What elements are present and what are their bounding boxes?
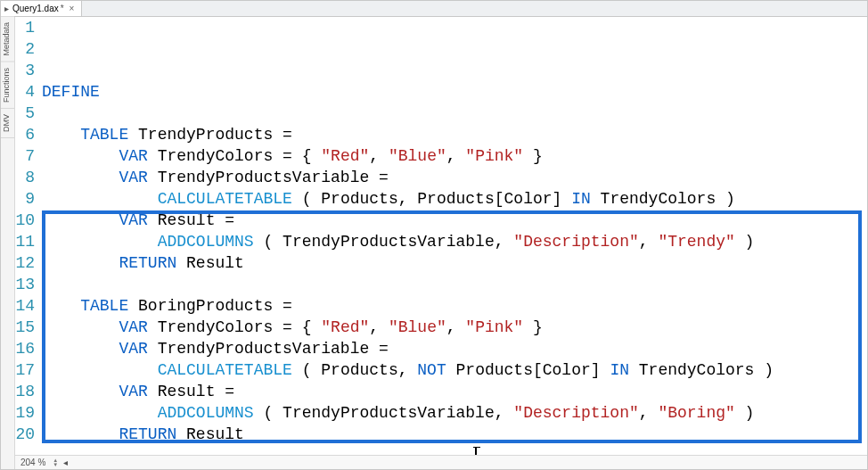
token-fn: ADDCOLUMNS xyxy=(158,233,254,251)
token-pn: ( xyxy=(302,190,322,208)
token-id: BoringProducts xyxy=(138,297,273,315)
token-kw: DEFINE xyxy=(42,83,100,101)
code-line[interactable]: ADDCOLUMNS ( TrendyProductsVariable, "De… xyxy=(40,231,867,252)
code-line[interactable]: VAR TrendyColors = { "Red", "Blue", "Pin… xyxy=(40,317,867,338)
token-pn: { xyxy=(302,147,322,165)
token-pn: = xyxy=(379,340,389,358)
token-fn: CALCULATETABLE xyxy=(158,361,292,379)
zoom-down-icon[interactable]: ▼ xyxy=(53,463,58,467)
code-line[interactable]: VAR TrendyProductsVariable = xyxy=(40,338,867,359)
token-pn: ) xyxy=(735,404,755,422)
token-sp xyxy=(42,340,119,358)
line-number: 9 xyxy=(15,188,35,210)
line-number: 20 xyxy=(15,424,35,445)
token-pn: , xyxy=(398,361,418,379)
code-line[interactable]: VAR Result = xyxy=(40,210,867,231)
token-sp xyxy=(42,447,119,455)
token-sp xyxy=(42,404,158,422)
token-sp xyxy=(629,361,639,379)
token-pn: ) xyxy=(754,361,774,379)
code-line[interactable]: VAR Result = xyxy=(40,381,867,402)
token-pn: , xyxy=(369,147,389,165)
token-str: "Pink" xyxy=(465,147,523,165)
token-kw: VAR xyxy=(119,169,147,186)
token-pn: ( xyxy=(302,361,322,379)
token-sp xyxy=(42,190,158,208)
token-id: Products xyxy=(321,361,397,379)
zoom-level: 204 % xyxy=(20,458,45,467)
token-sp xyxy=(273,147,283,165)
code-line[interactable] xyxy=(40,274,867,295)
line-number: 16 xyxy=(15,338,35,359)
code-line[interactable]: RETURN Result xyxy=(40,424,867,445)
token-id: TrendyColors xyxy=(601,190,717,208)
token-id: TrendyProductsVariable xyxy=(283,233,495,251)
code-line[interactable]: ADDCOLUMNS ( TrendyProductsVariable, "De… xyxy=(40,402,867,424)
token-kw: VAR xyxy=(119,211,147,229)
token-sp xyxy=(215,383,225,400)
token-sp xyxy=(148,383,158,400)
side-tab-functions[interactable]: Functions xyxy=(1,62,14,109)
code-line[interactable]: TABLE BoringProducts = xyxy=(40,295,867,317)
token-str: "Boring" xyxy=(658,404,734,422)
tab-title: Query1.dax xyxy=(12,4,59,13)
token-sp xyxy=(42,297,80,315)
token-sp xyxy=(273,318,283,336)
line-number: 4 xyxy=(15,81,35,103)
token-pn: = xyxy=(283,147,292,165)
code-line[interactable]: CALCULATETABLE ( Products, Products[Colo… xyxy=(40,188,867,210)
token-sp xyxy=(369,340,379,358)
code-line[interactable] xyxy=(40,445,867,455)
line-number: 15 xyxy=(15,317,35,338)
token-sp xyxy=(42,361,158,379)
token-pn: , xyxy=(495,233,514,251)
token-sp xyxy=(42,425,119,443)
token-sp xyxy=(42,126,80,144)
token-kw: TABLE xyxy=(80,297,128,315)
token-pn: ( xyxy=(263,404,283,422)
editor-wrap: 1234567891011121314151617181920 DEFINE T… xyxy=(15,17,867,469)
token-kw: RETURN xyxy=(119,254,176,272)
code-area[interactable]: DEFINE TABLE TrendyProducts = VAR Trendy… xyxy=(40,17,867,455)
code-editor[interactable]: 1234567891011121314151617181920 DEFINE T… xyxy=(15,17,867,455)
token-pn: = xyxy=(225,211,234,229)
text-caret xyxy=(475,448,477,455)
token-pn: , xyxy=(495,404,514,422)
side-tab-dmv[interactable]: DMV xyxy=(1,109,14,138)
token-id: Products[Color] xyxy=(456,361,601,379)
code-line[interactable]: CALCULATETABLE ( Products, NOT Products[… xyxy=(40,359,867,381)
token-str: "Description" xyxy=(513,233,638,251)
token-sp xyxy=(128,297,138,315)
status-bar: 204 % ▲ ▼ ◂ xyxy=(15,455,867,469)
token-sp xyxy=(148,169,158,186)
line-number: 19 xyxy=(15,402,35,424)
file-tab[interactable]: ▸ Query1.dax* × xyxy=(1,1,82,16)
token-sp xyxy=(42,211,119,229)
code-line[interactable]: DEFINE xyxy=(40,81,867,103)
token-id: Products[Color] xyxy=(417,190,561,208)
token-sp xyxy=(128,126,138,144)
token-id: TrendyColors xyxy=(158,318,274,336)
code-line[interactable]: VAR TrendyColors = { "Red", "Blue", "Pin… xyxy=(40,145,867,167)
token-pn: = xyxy=(379,169,389,186)
close-icon[interactable]: × xyxy=(68,4,77,13)
token-str: "Trendy" xyxy=(658,233,734,251)
side-tab-metadata[interactable]: Metadata xyxy=(1,17,14,62)
token-kw: RETURN xyxy=(119,425,176,443)
zoom-slider-icon[interactable]: ◂ xyxy=(63,458,68,467)
tab-bar: ▸ Query1.dax* × xyxy=(1,1,867,17)
side-toolbox: Metadata Functions DMV xyxy=(1,17,15,469)
token-pn: } xyxy=(523,318,543,336)
token-sp xyxy=(42,383,119,400)
token-sp xyxy=(148,147,158,165)
code-line[interactable]: VAR TrendyProductsVariable = xyxy=(40,167,867,188)
token-sp xyxy=(42,147,119,165)
token-id: Products xyxy=(321,190,397,208)
code-line[interactable]: TABLE TrendyProducts = xyxy=(40,124,867,145)
token-kw: VAR xyxy=(119,318,147,336)
code-line[interactable]: RETURN Result xyxy=(40,252,867,274)
code-line[interactable] xyxy=(40,103,867,124)
token-str: "Blue" xyxy=(389,147,446,165)
zoom-spinner[interactable]: ▲ ▼ xyxy=(53,458,58,467)
token-sp xyxy=(369,169,379,186)
